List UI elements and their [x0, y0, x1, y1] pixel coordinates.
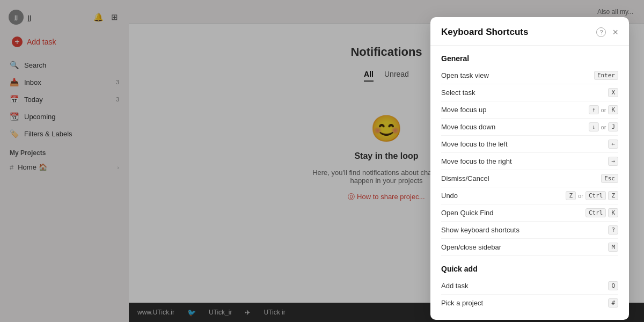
shortcut-keys: ↑ or K [589, 105, 618, 114]
shortcut-move-focus-right: Move focus to the right → [441, 153, 618, 170]
shortcut-label: Dismiss/Cancel [441, 174, 601, 182]
keyboard-shortcuts-modal: Keyboard Shortcuts ? × General Open task… [430, 17, 629, 320]
shortcut-keys: → [608, 157, 618, 166]
shortcut-keys: Ctrl K [586, 208, 618, 217]
key-m: M [608, 243, 618, 252]
modal-header: Keyboard Shortcuts ? × [430, 17, 629, 46]
shortcut-move-focus-left: Move focus to the left ← [441, 136, 618, 153]
shortcut-show-keyboard-shortcuts: Show keyboard shortcuts ? [441, 222, 618, 239]
shortcut-move-focus-up: Move focus up ↑ or K [441, 101, 618, 119]
key-k: K [608, 208, 618, 217]
modal-help-icon[interactable]: ? [596, 27, 606, 37]
shortcut-label: Open task view [441, 71, 594, 79]
shortcut-label: Move focus down [441, 123, 589, 131]
key-separator: or [601, 124, 606, 130]
shortcut-move-focus-down: Move focus down ↓ or J [441, 119, 618, 136]
shortcut-label: Add task [441, 282, 608, 290]
shortcut-open-task-view: Open task view Enter [441, 67, 618, 84]
shortcut-keys: Q [608, 281, 618, 290]
key-x: X [608, 88, 618, 97]
shortcut-keys: Esc [601, 174, 618, 183]
key-up-arrow: ↑ [589, 105, 599, 114]
key-separator: or [601, 107, 606, 113]
shortcut-add-task: Add task Q [441, 277, 618, 295]
key-enter: Enter [594, 71, 618, 80]
modal-close-button[interactable]: × [612, 27, 618, 37]
key-k: K [608, 105, 618, 114]
shortcut-keys: ↓ or J [589, 122, 618, 131]
shortcut-label: Pick a project [441, 299, 608, 307]
key-z: Z [566, 191, 576, 200]
shortcut-keys: # [608, 298, 618, 308]
shortcut-keys: M [608, 243, 618, 252]
shortcut-label: Open/close sidebar [441, 243, 608, 251]
shortcut-label: Open Quick Find [441, 209, 586, 217]
key-ctrl: Ctrl [586, 191, 606, 200]
modal-title: Keyboard Shortcuts [441, 27, 592, 38]
key-z2: Z [608, 191, 618, 200]
shortcut-label: Select task [441, 89, 608, 97]
shortcut-label: Undo [441, 192, 566, 200]
key-hash: # [608, 298, 618, 308]
key-down-arrow: ↓ [589, 122, 599, 131]
shortcut-keys: X [608, 88, 618, 97]
key-right-arrow: → [608, 157, 618, 166]
shortcut-open-quick-find: Open Quick Find Ctrl K [441, 204, 618, 222]
shortcut-undo: Undo Z or Ctrl Z [441, 187, 618, 204]
shortcut-label: Move focus up [441, 106, 589, 114]
shortcut-keys: Enter [594, 71, 618, 80]
shortcut-label: Show keyboard shortcuts [441, 226, 608, 234]
shortcut-dismiss-cancel: Dismiss/Cancel Esc [441, 170, 618, 187]
shortcut-label: Move focus to the right [441, 157, 608, 165]
shortcut-keys: Z or Ctrl Z [566, 191, 618, 200]
key-esc: Esc [601, 174, 618, 183]
shortcut-keys: ← [608, 140, 618, 149]
modal-overlay: Keyboard Shortcuts ? × General Open task… [0, 0, 644, 322]
shortcut-keys: ? [608, 225, 618, 235]
shortcut-label: Move focus to the left [441, 140, 608, 148]
shortcut-open-close-sidebar: Open/close sidebar M [441, 239, 618, 256]
shortcut-select-task: Select task X [441, 84, 618, 101]
modal-body: General Open task view Enter Select task… [430, 46, 629, 320]
key-question: ? [608, 225, 618, 235]
section-quick-add-title: Quick add [441, 256, 618, 277]
shortcut-pick-project: Pick a project # [441, 295, 618, 311]
key-separator: or [578, 193, 583, 199]
key-j: J [608, 122, 618, 131]
key-left-arrow: ← [608, 140, 618, 149]
key-q: Q [608, 281, 618, 290]
key-ctrl2: Ctrl [586, 208, 606, 217]
section-general-title: General [441, 46, 618, 67]
